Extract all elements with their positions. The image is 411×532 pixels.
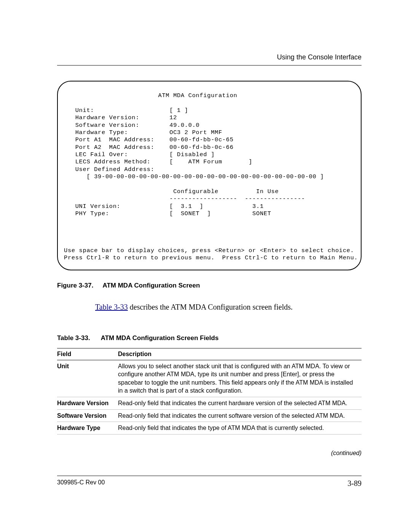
page-footer: 309985-C Rev 00 3-89 [57, 476, 362, 488]
reference-sentence: Table 3-33 describes the ATM MDA Configu… [95, 303, 362, 312]
col-header-field: Field [57, 348, 118, 360]
table-title: ATM MDA Configuration Screen Fields [101, 334, 219, 342]
field-name-cell: Hardware Type [57, 422, 118, 435]
reference-text: describes the ATM MDA Configuration scre… [128, 303, 293, 311]
field-name-cell: Unit [57, 360, 118, 397]
field-desc-cell: Read-only field that indicates the curre… [118, 409, 362, 422]
footer-rule [57, 476, 362, 476]
figure-title: ATM MDA Configuration Screen [102, 282, 200, 289]
field-name-cell: Software Version [57, 409, 118, 422]
field-name-cell: Hardware Version [57, 397, 118, 410]
page-number: 3-89 [347, 479, 362, 488]
table-reference-link[interactable]: Table 3-33 [95, 303, 128, 311]
col-header-description: Description [118, 348, 362, 360]
doc-id: 309985-C Rev 00 [57, 479, 105, 488]
table-row: Hardware Type Read-only field that indic… [57, 422, 362, 435]
table-caption: Table 3-33.ATM MDA Configuration Screen … [57, 334, 362, 342]
continued-label: (continued) [57, 450, 362, 457]
figure-number: Figure 3-37. [57, 282, 93, 289]
console-screenshot: ATM MDA Configuration Unit: [ 1 ] Hardwa… [57, 81, 362, 270]
figure-caption: Figure 3-37.ATM MDA Configuration Screen [57, 282, 362, 289]
table-row: Unit Allows you to select another stack … [57, 360, 362, 397]
table-row: Hardware Version Read-only field that in… [57, 397, 362, 410]
header-rule [57, 65, 362, 66]
field-desc-cell: Read-only field that indicates the type … [118, 422, 362, 435]
fields-table: Field Description Unit Allows you to sel… [57, 348, 362, 435]
page-section-header: Using the Console Interface [57, 53, 362, 61]
field-desc-cell: Allows you to select another stack unit … [118, 360, 362, 397]
table-number: Table 3-33. [57, 334, 90, 342]
table-row: Software Version Read-only field that in… [57, 409, 362, 422]
field-desc-cell: Read-only field that indicates the curre… [118, 397, 362, 410]
